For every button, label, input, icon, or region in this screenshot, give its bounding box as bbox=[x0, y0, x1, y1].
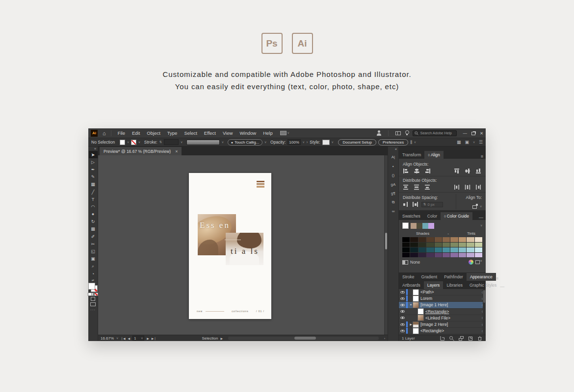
variation-swatch-0-7[interactable] bbox=[459, 237, 466, 242]
paintbrush-tool[interactable]: ◠ bbox=[89, 203, 98, 210]
prev-artboard-icon[interactable]: ◀ bbox=[128, 337, 130, 340]
layers-scrollbar[interactable] bbox=[483, 289, 486, 335]
tab-align[interactable]: ◊Align bbox=[424, 151, 443, 159]
layer-thumbnail[interactable] bbox=[418, 309, 423, 314]
tab-appearance[interactable]: Appearance bbox=[467, 273, 496, 281]
delete-selection-icon[interactable] bbox=[477, 336, 483, 341]
variation-swatch-2-6[interactable] bbox=[450, 247, 458, 252]
layer-name[interactable]: <Rectangle> bbox=[420, 328, 482, 333]
limit-colors-icon[interactable] bbox=[402, 260, 408, 265]
layer-row-6[interactable]: <Rectangle>○ bbox=[399, 328, 486, 334]
variation-swatch-3-7[interactable] bbox=[459, 253, 466, 258]
stroke-weight-field[interactable] bbox=[164, 139, 179, 145]
first-artboard-icon[interactable]: ❘◀ bbox=[121, 337, 126, 340]
distribute-right-icon[interactable] bbox=[475, 184, 482, 190]
appearance-menu-icon[interactable]: ≡ bbox=[496, 276, 498, 281]
zoom-tool[interactable]: ⌕ bbox=[89, 263, 98, 270]
variation-swatch-0-5[interactable] bbox=[443, 237, 450, 242]
panel-menu-icon[interactable]: ☰ bbox=[479, 140, 483, 145]
layer-thumbnail[interactable] bbox=[413, 328, 418, 334]
document-tab[interactable]: Preview* @ 16.67 % (RGB/Preview) × bbox=[100, 147, 182, 155]
type-tool[interactable]: T bbox=[89, 196, 98, 203]
variation-swatch-3-3[interactable] bbox=[426, 253, 434, 258]
visibility-toggle[interactable] bbox=[399, 290, 406, 294]
expander-icon[interactable]: ▼ bbox=[409, 303, 413, 306]
touch-calligraphy-button[interactable]: ● Touch Callig... bbox=[228, 139, 262, 146]
color-mode-icon[interactable] bbox=[88, 293, 91, 295]
artboard-number-field[interactable]: 1 ˅ bbox=[132, 336, 144, 341]
character-panel-icon[interactable]: A| bbox=[391, 154, 395, 160]
menu-item-select[interactable]: Select bbox=[181, 130, 200, 136]
blob-brush-tool[interactable]: ● bbox=[89, 211, 98, 218]
layer-name[interactable]: <Rectangle> bbox=[425, 309, 482, 314]
layer-name[interactable]: [Image 2 Here] bbox=[420, 322, 482, 327]
variation-swatch-1-9[interactable] bbox=[475, 243, 482, 247]
new-layer-icon[interactable] bbox=[468, 336, 473, 341]
glyphs-panel-icon[interactable]: gA bbox=[391, 181, 396, 187]
variation-swatch-3-8[interactable] bbox=[467, 253, 474, 258]
menu-item-help[interactable]: Help bbox=[260, 130, 276, 136]
stroke-stepper-icon[interactable]: ⇅ bbox=[159, 140, 162, 144]
opacity-caret-icon[interactable]: ˅ bbox=[303, 141, 305, 144]
layer-row-0[interactable]: <Path>○ bbox=[399, 289, 486, 295]
layers-scroll-thumb[interactable] bbox=[483, 290, 485, 303]
menu-item-effect[interactable]: Effect bbox=[201, 130, 219, 136]
tab-color-guide[interactable]: ◊Color Guide bbox=[441, 212, 472, 220]
layer-row-1[interactable]: Lorem○ bbox=[399, 295, 486, 302]
status-expand-icon[interactable]: ▶ bbox=[220, 337, 223, 340]
direct-selection-tool[interactable]: ▷ bbox=[89, 158, 98, 166]
paragraph-panel-icon[interactable]: g¶ bbox=[391, 191, 395, 196]
variation-swatch-3-0[interactable] bbox=[402, 253, 410, 258]
horizontal-scrollbar[interactable] bbox=[228, 337, 379, 340]
visibility-toggle[interactable] bbox=[399, 322, 406, 327]
variation-swatch-2-0[interactable] bbox=[402, 247, 410, 252]
discover-lightbulb-icon[interactable] bbox=[405, 130, 409, 136]
save-to-swatches-icon[interactable] bbox=[475, 260, 482, 265]
fill-color-swatch[interactable] bbox=[120, 140, 125, 145]
menu-item-edit[interactable]: Edit bbox=[129, 130, 143, 136]
visibility-toggle[interactable] bbox=[399, 329, 406, 333]
color-guide-minimize-icon[interactable]: — bbox=[479, 215, 483, 220]
visibility-toggle[interactable] bbox=[399, 316, 406, 320]
variation-swatch-2-4[interactable] bbox=[435, 247, 442, 252]
restore-button[interactable] bbox=[471, 132, 475, 135]
grid-icon[interactable]: ▦ bbox=[457, 140, 461, 145]
tab-swatches[interactable]: Swatches bbox=[399, 212, 424, 220]
opacity-field[interactable]: 100% bbox=[287, 139, 300, 145]
dock-collapse-icon[interactable]: « bbox=[395, 147, 397, 151]
layer-name[interactable]: Lorem bbox=[420, 296, 482, 301]
edit-colors-wheel-icon[interactable] bbox=[469, 260, 473, 265]
variation-swatch-2-8[interactable] bbox=[467, 247, 474, 252]
menu-item-window[interactable]: Window bbox=[236, 130, 260, 136]
gradient-mode-icon[interactable] bbox=[92, 293, 95, 295]
make-clipping-mask-icon[interactable] bbox=[440, 336, 445, 341]
document-setup-button[interactable]: Document Setup bbox=[338, 139, 376, 146]
harmony-rules-caret-icon[interactable]: ˅ bbox=[480, 224, 482, 227]
gradient-tool[interactable]: ▩ bbox=[89, 225, 98, 233]
layers-minimize-icon[interactable]: — bbox=[500, 284, 504, 289]
layer-name[interactable]: <Linked File> bbox=[425, 316, 482, 320]
menu-item-type[interactable]: Type bbox=[164, 130, 181, 136]
layer-row-3[interactable]: <Rectangle>○ bbox=[399, 309, 486, 315]
align-to-caret-icon[interactable]: ˅ bbox=[480, 205, 482, 208]
variation-swatch-2-2[interactable] bbox=[418, 247, 426, 252]
vertical-scroll-thumb[interactable] bbox=[385, 233, 387, 249]
distribute-bottom-icon[interactable] bbox=[424, 184, 431, 190]
rotate-tool[interactable]: ↻ bbox=[89, 218, 98, 225]
eyedropper-tool[interactable]: ✐ bbox=[89, 233, 98, 240]
layer-thumbnail[interactable] bbox=[413, 296, 418, 301]
rectangle-tool[interactable]: ▦ bbox=[89, 181, 98, 188]
tab-stroke[interactable]: Stroke bbox=[399, 273, 418, 281]
stroke-panel-icon[interactable]: () bbox=[392, 172, 394, 178]
base-color-swatch[interactable] bbox=[402, 222, 409, 229]
layer-row-2[interactable]: ▼[Image 1 Here]○ bbox=[399, 302, 486, 308]
layer-name[interactable]: [Image 1 Here] bbox=[420, 302, 482, 307]
app-logo-icon[interactable]: Ai bbox=[91, 130, 98, 137]
variation-swatch-1-8[interactable] bbox=[467, 243, 474, 247]
variation-swatch-2-5[interactable] bbox=[443, 247, 450, 252]
align-glyphs-caret-icon[interactable]: ˅ bbox=[414, 141, 416, 144]
variation-swatch-1-1[interactable] bbox=[410, 243, 417, 247]
shape-builder-tool[interactable]: ◱ bbox=[89, 247, 98, 255]
distribute-h-center-icon[interactable] bbox=[465, 184, 471, 190]
align-panel-menu-icon[interactable]: ≡ bbox=[481, 154, 483, 159]
